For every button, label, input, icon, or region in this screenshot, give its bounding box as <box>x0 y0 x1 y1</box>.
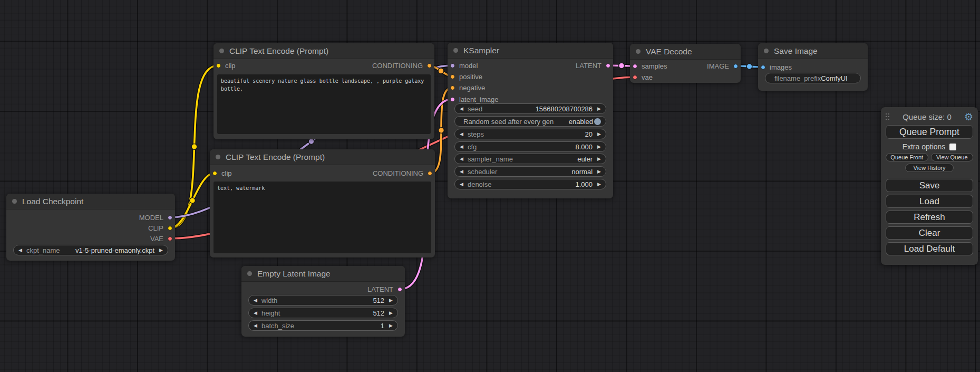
widget-random-seed-after-every-gen[interactable]: Random seed after every genenabled <box>454 116 606 127</box>
increment-arrow-icon[interactable]: ▶ <box>389 311 393 316</box>
collapse-dot-icon[interactable] <box>764 49 769 53</box>
decrement-arrow-icon[interactable]: ◀ <box>254 298 257 303</box>
clip-output-port-icon[interactable] <box>168 226 172 231</box>
widget-seed[interactable]: ◀seed156680208700286▶ <box>454 103 606 114</box>
node-title-bar[interactable]: KSampler <box>448 43 613 59</box>
node-vae-decode[interactable]: VAE DecodesamplesvaeIMAGE <box>630 44 741 83</box>
drag-handle-icon[interactable] <box>886 113 890 120</box>
node-ksampler[interactable]: KSamplermodelpositivenegativelatent_imag… <box>448 43 613 198</box>
node-clip-text-encode-positive[interactable]: CLIP Text Encode (Prompt)clipCONDITIONIN… <box>214 43 434 139</box>
output-model[interactable]: MODEL <box>139 213 172 222</box>
increment-arrow-icon[interactable]: ▶ <box>159 248 163 253</box>
widget-denoise[interactable]: ◀denoise1.000▶ <box>454 179 606 189</box>
refresh-button[interactable]: Refresh <box>886 211 973 224</box>
collapse-dot-icon[interactable] <box>247 271 252 276</box>
increment-arrow-icon[interactable]: ▶ <box>597 145 601 149</box>
samples-input-port-icon[interactable] <box>633 64 637 69</box>
node-title-bar[interactable]: CLIP Text Encode (Prompt) <box>214 43 434 59</box>
clip-input-port-icon[interactable] <box>216 63 221 68</box>
positive-input-port-icon[interactable] <box>450 74 455 79</box>
node-title-bar[interactable]: Empty Latent Image <box>241 266 405 282</box>
output-conditioning[interactable]: CONDITIONING <box>373 168 432 178</box>
decrement-arrow-icon[interactable]: ◀ <box>460 169 463 174</box>
input-latent-image[interactable]: latent_image <box>450 94 498 104</box>
output-vae[interactable]: VAE <box>150 234 172 243</box>
decrement-arrow-icon[interactable]: ◀ <box>460 182 463 187</box>
decrement-arrow-icon[interactable]: ◀ <box>460 132 463 137</box>
conditioning-output-port-icon[interactable] <box>427 63 432 68</box>
queue-front-button[interactable]: Queue Front <box>886 153 928 161</box>
increment-arrow-icon[interactable]: ▶ <box>597 107 601 111</box>
save-button[interactable]: Save <box>886 179 973 192</box>
prompt-textarea[interactable]: text, watermark <box>214 182 431 253</box>
input-images[interactable]: images <box>761 62 792 72</box>
collapse-dot-icon[interactable] <box>636 49 641 54</box>
extra-options-checkbox[interactable] <box>949 144 956 150</box>
comfyui-canvas[interactable]: { "icons": { "left_arrow": "◀", "right_a… <box>0 0 980 372</box>
load-button[interactable]: Load <box>886 195 973 208</box>
increment-arrow-icon[interactable]: ▶ <box>389 323 393 328</box>
decrement-arrow-icon[interactable]: ◀ <box>460 157 463 161</box>
decrement-arrow-icon[interactable]: ◀ <box>460 107 463 111</box>
latent-output-port-icon[interactable] <box>397 287 402 292</box>
node-clip-text-encode-negative[interactable]: CLIP Text Encode (Prompt)clipCONDITIONIN… <box>210 149 435 257</box>
increment-arrow-icon[interactable]: ▶ <box>389 298 393 303</box>
clip-input-port-icon[interactable] <box>212 171 217 176</box>
node-title-bar[interactable]: CLIP Text Encode (Prompt) <box>210 149 435 165</box>
input-negative[interactable]: negative <box>450 83 485 92</box>
model-output-port-icon[interactable] <box>168 215 172 220</box>
node-title-bar[interactable]: Load Checkpoint <box>6 194 175 209</box>
increment-arrow-icon[interactable]: ▶ <box>597 157 601 161</box>
collapse-dot-icon[interactable] <box>219 49 224 53</box>
node-empty-latent-image[interactable]: Empty Latent ImageLATENT◀width512▶◀heigh… <box>241 266 405 337</box>
view-queue-button[interactable]: View Queue <box>931 153 974 161</box>
widget-steps[interactable]: ◀steps20▶ <box>454 129 606 139</box>
increment-arrow-icon[interactable]: ▶ <box>597 169 601 174</box>
widget-height[interactable]: ◀height512▶ <box>248 308 398 318</box>
widget-ckpt-name[interactable]: ◀ckpt_namev1-5-pruned-emaonly.ckpt▶ <box>13 245 168 255</box>
clear-button[interactable]: Clear <box>886 226 973 240</box>
output-clip[interactable]: CLIP <box>148 223 172 233</box>
gear-icon[interactable]: ⚙ <box>964 112 973 122</box>
decrement-arrow-icon[interactable]: ◀ <box>18 248 22 253</box>
load-default-button[interactable]: Load Default <box>886 242 973 255</box>
vae-input-port-icon[interactable] <box>633 75 637 80</box>
latent-output-port-icon[interactable] <box>606 63 610 68</box>
image-output-port-icon[interactable] <box>733 64 738 69</box>
collapse-dot-icon[interactable] <box>216 155 220 159</box>
widget-batch-size[interactable]: ◀batch_size1▶ <box>248 320 398 331</box>
toggle-icon[interactable] <box>594 118 601 125</box>
widget-cfg[interactable]: ◀cfg8.000▶ <box>454 141 606 152</box>
increment-arrow-icon[interactable]: ▶ <box>597 132 601 137</box>
node-title-bar[interactable]: Save Image <box>758 43 868 59</box>
node-load-checkpoint[interactable]: Load CheckpointMODELCLIPVAE◀ckpt_namev1-… <box>6 194 175 261</box>
collapse-dot-icon[interactable] <box>453 48 458 53</box>
model-input-port-icon[interactable] <box>450 63 455 68</box>
input-clip[interactable]: clip <box>212 168 232 178</box>
decrement-arrow-icon[interactable]: ◀ <box>254 323 257 328</box>
input-vae[interactable]: vae <box>633 72 653 82</box>
prompt-textarea[interactable]: beautiful scenery nature glass bottle la… <box>217 74 431 134</box>
vae-output-port-icon[interactable] <box>168 236 172 241</box>
images-input-port-icon[interactable] <box>761 65 765 70</box>
node-save-image[interactable]: Save Imageimagesfilename_prefixComfyUI <box>758 43 868 91</box>
input-model[interactable]: model <box>450 61 478 70</box>
negative-input-port-icon[interactable] <box>450 85 455 90</box>
node-title-bar[interactable]: VAE Decode <box>630 44 741 60</box>
input-clip[interactable]: clip <box>216 61 236 70</box>
decrement-arrow-icon[interactable]: ◀ <box>254 311 257 316</box>
increment-arrow-icon[interactable]: ▶ <box>597 182 601 187</box>
conditioning-output-port-icon[interactable] <box>428 171 432 176</box>
widget-filename-prefix[interactable]: filename_prefixComfyUI <box>765 73 861 83</box>
input-positive[interactable]: positive <box>450 72 482 81</box>
widget-sampler-name[interactable]: ◀sampler_nameeuler▶ <box>454 154 606 164</box>
collapse-dot-icon[interactable] <box>12 199 17 204</box>
widget-width[interactable]: ◀width512▶ <box>248 295 398 306</box>
view-history-button[interactable]: View History <box>905 164 954 172</box>
input-samples[interactable]: samples <box>633 61 667 71</box>
output-latent[interactable]: LATENT <box>576 61 610 70</box>
output-latent[interactable]: LATENT <box>367 284 402 294</box>
output-image[interactable]: IMAGE <box>707 61 738 71</box>
latent-image-input-port-icon[interactable] <box>450 97 455 102</box>
queue-prompt-button[interactable]: Queue Prompt <box>886 125 973 139</box>
